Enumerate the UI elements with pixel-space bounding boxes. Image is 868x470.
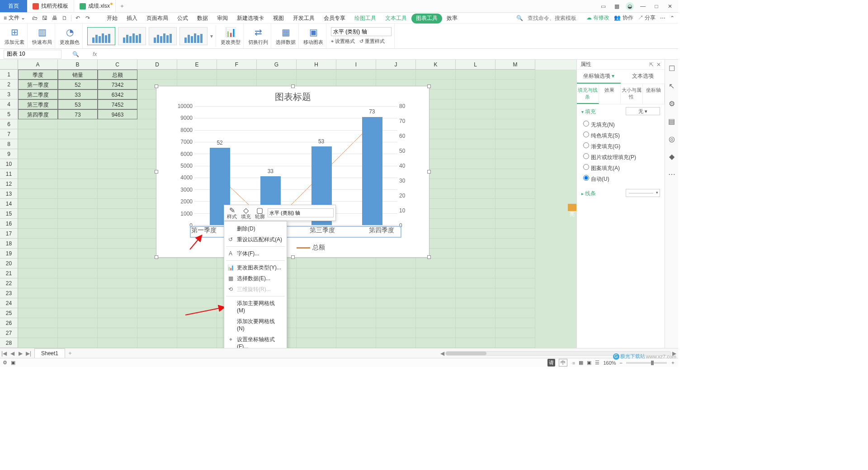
cell[interactable] [495, 308, 535, 318]
share-link[interactable]: ↗ 分享 [638, 14, 656, 22]
cell[interactable] [18, 199, 58, 209]
prop-tab-text[interactable]: 文本选项 [621, 70, 665, 84]
cm-axis-format[interactable]: ⌖设置坐标轴格式(F)... [224, 334, 287, 348]
cell[interactable] [416, 278, 456, 288]
cell[interactable] [58, 229, 98, 239]
cell[interactable]: 33 [58, 89, 98, 99]
fx-icon[interactable]: 🔍 [72, 51, 79, 57]
cell[interactable] [257, 70, 297, 80]
cell[interactable] [495, 119, 535, 129]
cell[interactable] [495, 288, 535, 298]
cell[interactable] [495, 338, 535, 348]
cell[interactable] [336, 308, 376, 318]
layout1-icon[interactable]: ▭ [599, 3, 608, 9]
cell[interactable] [18, 129, 58, 139]
row-header[interactable]: 15 [0, 209, 18, 219]
cell[interactable] [98, 129, 137, 139]
cell[interactable] [416, 268, 456, 278]
y-axis-right[interactable]: 01020304050607080 [397, 106, 411, 226]
cell[interactable] [18, 338, 58, 348]
section-fill[interactable]: 填充 无 ▾ [581, 108, 660, 116]
cell[interactable] [416, 288, 456, 298]
cell[interactable]: 9463 [98, 109, 137, 119]
view-normal-icon[interactable]: ▦ [579, 360, 583, 366]
sheet-next-icon[interactable]: ▶ [16, 350, 24, 357]
cell[interactable]: 总额 [98, 70, 137, 80]
cell[interactable] [98, 189, 137, 199]
cell[interactable] [18, 219, 58, 229]
cell[interactable] [58, 129, 98, 139]
qat-save-icon[interactable]: 🖫 [40, 15, 50, 21]
cell[interactable] [456, 129, 495, 139]
sheet-prev-icon[interactable]: ◀ [8, 350, 16, 357]
gallery-more-icon[interactable]: ▾ [210, 33, 213, 39]
row-header[interactable]: 26 [0, 318, 18, 328]
zoom-in-icon[interactable]: ＋ [670, 359, 675, 366]
cell[interactable] [456, 89, 495, 99]
cell[interactable] [98, 298, 137, 308]
row-header[interactable]: 3 [0, 89, 18, 99]
row-header[interactable]: 1 [0, 70, 18, 80]
zoom-value[interactable]: 160% [603, 360, 616, 366]
col-header[interactable]: A [18, 60, 58, 70]
cell[interactable] [297, 338, 336, 348]
tab-member[interactable]: 会员专享 [319, 13, 350, 24]
cell[interactable] [456, 99, 495, 109]
cell[interactable] [495, 169, 535, 179]
tab-file[interactable]: 成绩.xlsx [74, 0, 116, 12]
zoom-slider[interactable] [626, 362, 667, 364]
row-header[interactable]: 10 [0, 159, 18, 169]
cm-font[interactable]: A字体(F)... [224, 248, 287, 259]
cell[interactable] [18, 278, 58, 288]
row-header[interactable]: 13 [0, 189, 18, 199]
cell[interactable] [177, 318, 217, 328]
cm-delete[interactable]: 删除(D) [224, 223, 287, 234]
cell[interactable] [58, 199, 98, 209]
cell[interactable] [297, 70, 336, 80]
sheet-last-icon[interactable]: ▶| [24, 350, 33, 357]
cell[interactable]: 73 [58, 109, 98, 119]
cell[interactable] [18, 229, 58, 239]
cell[interactable] [495, 80, 535, 89]
side-badge[interactable]: 亮 [568, 204, 576, 211]
status-msg-icon[interactable]: ▣ [11, 360, 15, 366]
row-header[interactable]: 19 [0, 249, 18, 258]
cell[interactable] [18, 249, 58, 258]
row-header[interactable]: 5 [0, 109, 18, 119]
cell[interactable] [58, 189, 98, 199]
cell[interactable] [137, 338, 177, 348]
cell[interactable] [18, 189, 58, 199]
cell[interactable] [58, 318, 98, 328]
fill-none[interactable]: 无填充(N) [581, 119, 660, 130]
cell[interactable] [177, 70, 217, 80]
cell[interactable] [456, 219, 495, 229]
col-header[interactable]: E [177, 60, 217, 70]
row-header[interactable]: 18 [0, 239, 18, 249]
cell[interactable] [456, 278, 495, 288]
search-input[interactable] [528, 15, 582, 21]
subtab-axis[interactable]: 坐标轴 [643, 84, 665, 104]
cell[interactable] [456, 199, 495, 209]
cell[interactable] [456, 288, 495, 298]
row-header[interactable]: 6 [0, 119, 18, 129]
cell[interactable] [456, 249, 495, 258]
side-select-icon[interactable]: ☐ [669, 64, 675, 73]
qat-undo-icon[interactable]: ↶ [73, 15, 83, 21]
cell[interactable] [495, 139, 535, 149]
ribbon-move-chart[interactable]: ▣ 移动图表 [301, 24, 326, 48]
cell[interactable] [18, 298, 58, 308]
cell[interactable] [58, 338, 98, 348]
mini-element-select[interactable] [268, 208, 334, 217]
row-header[interactable]: 20 [0, 258, 18, 268]
cell[interactable] [456, 308, 495, 318]
cell[interactable] [376, 328, 416, 338]
cell[interactable] [456, 229, 495, 239]
cell[interactable] [58, 328, 98, 338]
row-header[interactable]: 17 [0, 229, 18, 239]
tab-review[interactable]: 审阅 [212, 13, 232, 24]
ribbon-change-color[interactable]: ◔ 更改颜色 [57, 24, 83, 48]
cell[interactable] [336, 338, 376, 348]
cell[interactable] [495, 328, 535, 338]
subtab-fill-line[interactable]: 填充与线条 [577, 84, 599, 104]
set-format-btn[interactable]: ⌖ 设置格式 [331, 38, 355, 45]
